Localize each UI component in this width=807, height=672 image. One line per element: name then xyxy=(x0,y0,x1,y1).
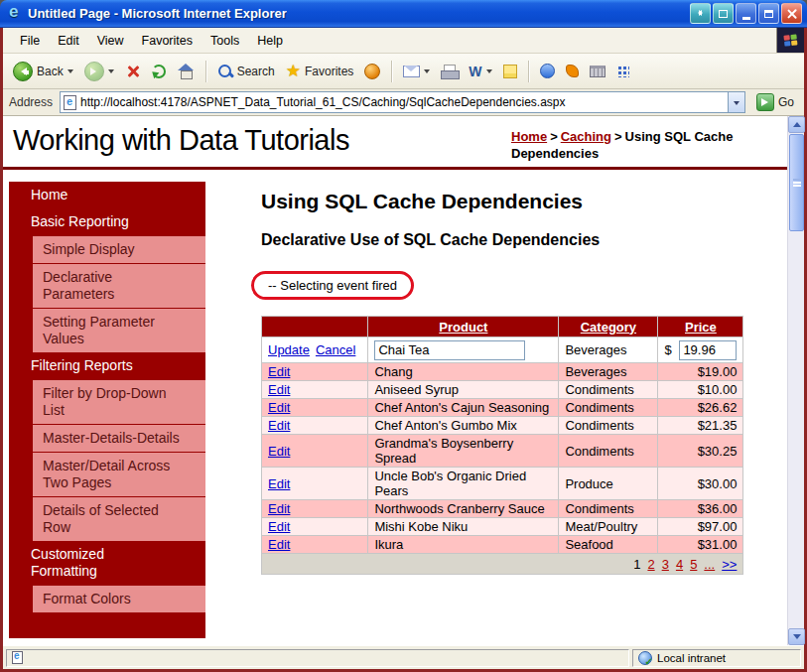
back-button[interactable]: Back xyxy=(9,60,77,83)
update-link[interactable]: Update xyxy=(268,342,310,357)
product-cell: Mishi Kobe Niku xyxy=(368,518,559,536)
flame-icon xyxy=(566,65,579,77)
media-button[interactable] xyxy=(360,62,384,81)
edit-link[interactable]: Edit xyxy=(268,519,290,534)
address-url[interactable]: http://localhost:4178/ASPNET_Data_Tutori… xyxy=(80,95,728,109)
menu-favorites[interactable]: Favorites xyxy=(133,30,202,52)
sidebar-item-master-details-details[interactable]: Master-Details-Details xyxy=(33,425,205,452)
scroll-down-button[interactable] xyxy=(788,628,805,645)
sidebar-item-partial[interactable] xyxy=(19,612,205,638)
sidebar-item-simple-display[interactable]: Simple Display xyxy=(33,236,205,263)
pager-page-4-link[interactable]: 4 xyxy=(676,557,683,572)
menu-tools[interactable]: Tools xyxy=(202,30,248,52)
print-button[interactable] xyxy=(437,63,462,80)
close-button[interactable] xyxy=(781,3,802,24)
pager-next-link[interactable]: >> xyxy=(722,557,737,572)
cancel-link[interactable]: Cancel xyxy=(316,342,355,357)
sort-category-link[interactable]: Category xyxy=(581,320,636,335)
sidebar-item-home[interactable]: Home xyxy=(19,182,205,208)
price-cell: $30.00 xyxy=(658,468,743,500)
sort-price-link[interactable]: Price xyxy=(685,320,717,335)
toolbar-custom-button-3[interactable] xyxy=(612,63,633,79)
edit-link[interactable]: Edit xyxy=(268,444,290,459)
go-button[interactable]: Go xyxy=(752,92,798,112)
maximize-button[interactable] xyxy=(758,3,779,24)
price-edit-input[interactable] xyxy=(679,340,737,360)
messenger-button[interactable] xyxy=(536,62,559,80)
discuss-note-icon xyxy=(503,65,517,78)
breadcrumb-caching-link[interactable]: Caching xyxy=(561,129,611,144)
scrollbar-thumb[interactable] xyxy=(789,134,804,231)
menu-help[interactable]: Help xyxy=(248,30,292,52)
edit-link[interactable]: Edit xyxy=(268,364,290,379)
edit-with-word-button[interactable] xyxy=(465,62,495,81)
minimize-button[interactable] xyxy=(736,3,756,24)
favorites-label: Favorites xyxy=(305,65,353,78)
edit-link[interactable]: Edit xyxy=(268,400,290,415)
sidebar-item-format-colors[interactable]: Format Colors xyxy=(33,586,205,612)
table-row: Edit Aniseed Syrup Condiments $10.00 xyxy=(262,381,743,399)
box-icon xyxy=(719,10,728,18)
sidebar-item-filter-by-drop-down-list[interactable]: Filter by Drop-Down List xyxy=(33,380,205,424)
vertical-scrollbar[interactable] xyxy=(787,116,804,645)
category-cell: Meat/Poultry xyxy=(559,518,658,536)
sidebar-item-setting-parameter-values[interactable]: Setting Parameter Values xyxy=(33,309,205,352)
sidebar-item-master-detail-two-pages[interactable]: Master/Detail Across Two Pages xyxy=(33,453,205,496)
section-title: Declarative Use of SQL Cache Dependencie… xyxy=(261,231,777,249)
sidebar-item-details-of-selected-row[interactable]: Details of Selected Row xyxy=(33,497,205,541)
sidebar-item-customized-formatting[interactable]: Customized Formatting xyxy=(19,541,205,585)
address-field[interactable]: http://localhost:4178/ASPNET_Data_Tutori… xyxy=(60,91,745,113)
messenger-icon xyxy=(540,64,555,78)
product-cell: Aniseed Syrup xyxy=(368,381,559,399)
mail-button[interactable] xyxy=(399,64,434,79)
grid-icon xyxy=(616,65,629,77)
product-edit-input[interactable] xyxy=(374,340,525,360)
pager: 12345...>> xyxy=(262,554,743,575)
search-button[interactable]: Search xyxy=(213,62,279,81)
selecting-event-annotation: -- Selecting event fired xyxy=(251,271,414,300)
menu-view[interactable]: View xyxy=(88,30,133,52)
stop-button[interactable] xyxy=(121,62,145,81)
price-cell: $97.00 xyxy=(658,518,743,536)
menu-file[interactable]: File xyxy=(11,30,49,52)
page-icon xyxy=(64,95,76,110)
sort-product-link[interactable]: Product xyxy=(439,320,487,335)
sidebar-item-filtering-reports[interactable]: Filtering Reports xyxy=(19,352,205,379)
toolbar-custom-button-1[interactable] xyxy=(562,63,583,79)
sidebar-item-declarative-parameters[interactable]: Declarative Parameters xyxy=(33,264,205,308)
breadcrumb-home-link[interactable]: Home xyxy=(511,129,547,144)
arrows-icon xyxy=(695,10,706,17)
edit-link[interactable]: Edit xyxy=(268,501,290,516)
forward-button[interactable] xyxy=(80,60,118,83)
mail-dropdown-icon[interactable] xyxy=(424,69,430,76)
pager-page-3-link[interactable]: 3 xyxy=(662,557,669,572)
address-dropdown-button[interactable] xyxy=(728,92,744,112)
pager-ellipsis-link[interactable]: ... xyxy=(704,557,715,572)
intranet-globe-icon xyxy=(638,651,652,665)
edit-link[interactable]: Edit xyxy=(268,537,290,552)
sidebar-item-basic-reporting[interactable]: Basic Reporting xyxy=(19,208,205,235)
home-button[interactable] xyxy=(173,62,199,80)
refresh-button[interactable] xyxy=(148,63,170,80)
favorites-button[interactable]: ★ Favorites xyxy=(282,62,358,81)
toolbar-custom-button-2[interactable] xyxy=(586,64,609,79)
print-icon xyxy=(441,65,458,78)
edit-link[interactable]: Edit xyxy=(268,382,290,397)
edit-link[interactable]: Edit xyxy=(268,418,290,433)
toolbar-separator xyxy=(391,61,392,82)
edit-link[interactable]: Edit xyxy=(268,476,290,491)
header-price: Price xyxy=(658,317,743,337)
back-dropdown-icon[interactable] xyxy=(67,69,73,76)
scroll-up-button[interactable] xyxy=(788,116,805,133)
forward-dropdown-icon[interactable] xyxy=(108,69,114,76)
pager-page-5-link[interactable]: 5 xyxy=(690,557,697,572)
titlebar-extra-button-2[interactable] xyxy=(713,3,734,24)
price-cell: $10.00 xyxy=(658,381,743,399)
refresh-icon xyxy=(152,65,166,78)
word-dropdown-icon[interactable] xyxy=(486,69,492,76)
menu-edit[interactable]: Edit xyxy=(49,30,88,52)
titlebar-extra-button-1[interactable] xyxy=(690,3,711,24)
discuss-button[interactable] xyxy=(499,63,521,80)
header-category: Category xyxy=(559,317,658,337)
pager-page-2-link[interactable]: 2 xyxy=(647,557,654,572)
